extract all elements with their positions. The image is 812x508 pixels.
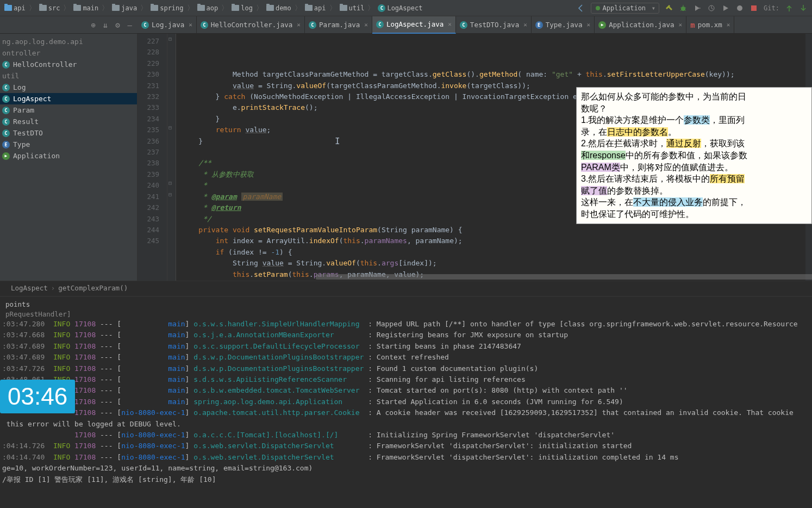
class-icon: C [2,118,10,126]
class-icon: C [2,61,10,69]
editor-tab[interactable]: CParam.java✕ [305,16,372,34]
folder-icon [112,5,120,11]
sub-toolbar: ⊕ ⇊ ⚙ — CLog.java✕CHelloController.java✕… [0,16,812,34]
file-type-icon: C [460,21,467,29]
top-navigation-bar: api〉src〉main〉java〉spring〉aop〉log〉demo〉ap… [0,0,812,16]
close-tab-icon[interactable]: ✕ [363,21,368,28]
close-tab-icon[interactable]: ✕ [446,21,452,28]
tree-item[interactable]: CResult [0,116,137,127]
editor-tab[interactable]: CHelloController.java✕ [197,16,305,34]
breadcrumb-item[interactable]: aop [197,4,218,12]
hide-icon[interactable]: — [128,21,132,29]
svg-point-0 [681,7,685,11]
back-arrow-icon[interactable] [577,4,585,13]
breadcrumb-item[interactable]: CLogAspect [378,4,422,12]
tree-item[interactable]: ▶Application [0,150,137,162]
file-type-icon: C [309,21,316,29]
close-tab-icon[interactable]: ✕ [585,21,591,28]
editor-tab[interactable]: mpom.xm✕ [686,16,734,34]
project-tree[interactable]: ng.aop.log.demo.apiontrollerCHelloContro… [0,34,138,281]
attach-debugger-icon[interactable] [735,4,744,13]
class-icon: C [2,84,10,91]
tree-item[interactable]: ontroller [0,47,137,59]
git-label: Git: [764,4,779,12]
close-tab-icon[interactable]: ✕ [295,21,301,28]
breadcrumb-item[interactable]: java [112,4,137,12]
file-type-icon: m [690,21,695,29]
file-type-icon: C [141,21,149,29]
breadcrumb-item[interactable]: main [73,4,98,12]
vcs-commit-icon[interactable] [799,4,808,13]
debug-icon[interactable] [679,4,688,13]
folder-icon [266,5,274,11]
collapse-icon[interactable]: ⇊ [103,21,108,29]
timer-overlay: 03:46 [0,380,75,413]
tree-item[interactable]: util [0,70,137,82]
folder-icon [73,5,81,11]
run-console[interactable]: points pRequestHandler] :03:47.280 INFO … [0,296,812,508]
file-type-icon: E [535,21,543,29]
tree-item[interactable]: EType [0,139,137,150]
class-icon: E [2,141,10,148]
fold-column[interactable]: ⊟⊟⊟⊟ [167,34,176,281]
breadcrumb-item[interactable]: demo [266,4,291,12]
tree-item[interactable]: CParam [0,104,137,116]
tree-item[interactable]: CHelloController [0,59,137,70]
line-number-gutter: 2272282292302312322332342352362372382392… [138,34,167,281]
horizontal-scrollbar[interactable] [316,274,812,280]
run-with-coverage-icon[interactable] [693,4,702,13]
vcs-update-icon[interactable] [785,4,794,13]
file-type-icon: ▶ [598,21,606,29]
class-icon: ▶ [2,152,10,160]
profiler-icon[interactable] [707,4,716,13]
breadcrumb-item[interactable]: util [340,4,365,12]
editor-tab[interactable]: CTestDTO.java✕ [456,16,532,34]
annotation-popup: 那么如何从众多可能的参数中，为当前的日数呢？1.我的解决方案是维护一个参数类，里… [576,87,812,224]
close-tab-icon[interactable]: ✕ [677,21,683,28]
folder-icon [197,5,205,11]
editor-tab[interactable]: EType.java✕ [532,16,595,34]
breadcrumb-item[interactable]: api [305,4,326,12]
folder-icon [151,5,158,11]
console-subheader: pRequestHandler] [5,310,807,318]
settings-gear-icon[interactable]: ⚙ [115,21,120,29]
toolbar-right: Application Git: [577,3,808,14]
folder-icon [4,5,12,11]
run-configuration-selector[interactable]: Application [591,3,659,14]
tree-item[interactable]: CTestDTO [0,127,137,139]
console-tab-label[interactable]: points [5,300,807,308]
tree-item[interactable]: ng.aop.log.demo.api [0,36,137,47]
editor-tab[interactable]: CLogAspect.java✕ [372,16,456,34]
breadcrumb-item[interactable]: log [232,4,253,12]
class-icon: C [2,129,10,137]
editor-tabs: CLog.java✕CHelloController.java✕CParam.j… [138,16,812,34]
class-icon: C [2,95,10,103]
file-type-icon: C [201,21,208,29]
folder-icon [340,5,347,11]
folder-icon [305,5,313,11]
class-icon: C [378,4,385,12]
class-icon: C [2,107,10,114]
path-breadcrumbs: api〉src〉main〉java〉spring〉aop〉log〉demo〉ap… [4,3,577,13]
svg-rect-3 [751,5,757,11]
build-icon[interactable] [665,4,673,13]
stop-icon[interactable] [749,4,758,13]
svg-point-2 [737,5,742,11]
breadcrumb-item[interactable]: spring [151,4,183,12]
tree-item[interactable]: CLog [0,82,137,93]
breadcrumb-item[interactable]: api [4,4,26,12]
console-output[interactable]: :03:47.280 INFO 17108 --- [ main] o.s.w.… [0,319,812,485]
close-tab-icon[interactable]: ✕ [187,21,192,28]
breadcrumb-item[interactable]: src [39,4,60,12]
close-tab-icon[interactable]: ✕ [522,21,527,28]
folder-icon [232,5,239,11]
editor-tab[interactable]: ▶Application.java✕ [595,16,686,34]
folder-icon [39,5,47,11]
tree-item[interactable]: CLogAspect [0,93,137,104]
run-icon[interactable] [721,4,730,13]
file-type-icon: C [376,21,384,28]
target-icon[interactable]: ⊕ [91,21,95,29]
close-tab-icon[interactable]: ✕ [725,21,730,28]
editor-tab[interactable]: CLog.java✕ [138,16,197,34]
editor-breadcrumb[interactable]: LogAspect›getComplexParam() [0,281,812,296]
